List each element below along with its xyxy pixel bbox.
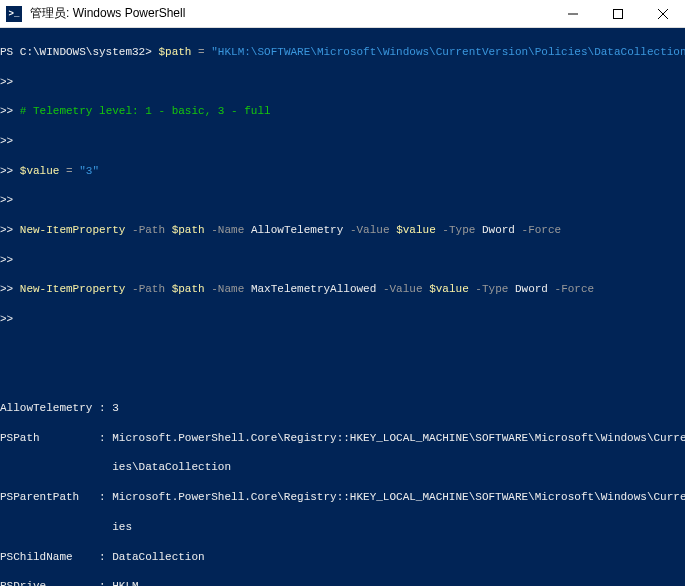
window-controls (550, 0, 685, 27)
maximize-icon (613, 9, 623, 19)
output-line: ies\DataCollection (0, 460, 685, 475)
output-line: ies (0, 520, 685, 535)
output-line: PSPath : Microsoft.PowerShell.Core\Regis… (0, 431, 685, 446)
minimize-icon (568, 9, 578, 19)
terminal-line: >> (0, 253, 685, 268)
terminal-area[interactable]: PS C:\WINDOWS\system32> $path = "HKLM:\S… (0, 28, 685, 586)
terminal-line: >> $value = "3" (0, 164, 685, 179)
minimize-button[interactable] (550, 0, 595, 27)
window-title: 管理员: Windows PowerShell (28, 5, 550, 22)
terminal-line: >> New-ItemProperty -Path $path -Name Ma… (0, 282, 685, 297)
terminal-line: >> (0, 134, 685, 149)
output-line: PSParentPath : Microsoft.PowerShell.Core… (0, 490, 685, 505)
output-line: AllowTelemetry : 3 (0, 401, 685, 416)
terminal-line (0, 342, 685, 357)
terminal-line: >> (0, 75, 685, 90)
window-titlebar[interactable]: >_ 管理员: Windows PowerShell (0, 0, 685, 28)
terminal-line: >> (0, 193, 685, 208)
terminal-line: >> # Telemetry level: 1 - basic, 3 - ful… (0, 104, 685, 119)
svg-rect-1 (613, 9, 622, 18)
powershell-icon: >_ (6, 6, 22, 22)
close-button[interactable] (640, 0, 685, 27)
powershell-window: >_ 管理员: Windows PowerShell PS C:\WINDOWS… (0, 0, 685, 586)
terminal-line (0, 371, 685, 386)
terminal-line: >> New-ItemProperty -Path $path -Name Al… (0, 223, 685, 238)
maximize-button[interactable] (595, 0, 640, 27)
terminal-line: PS C:\WINDOWS\system32> $path = "HKLM:\S… (0, 45, 685, 60)
terminal-line: >> (0, 312, 685, 327)
output-line: PSChildName : DataCollection (0, 550, 685, 565)
close-icon (658, 9, 668, 19)
output-line: PSDrive : HKLM (0, 579, 685, 586)
